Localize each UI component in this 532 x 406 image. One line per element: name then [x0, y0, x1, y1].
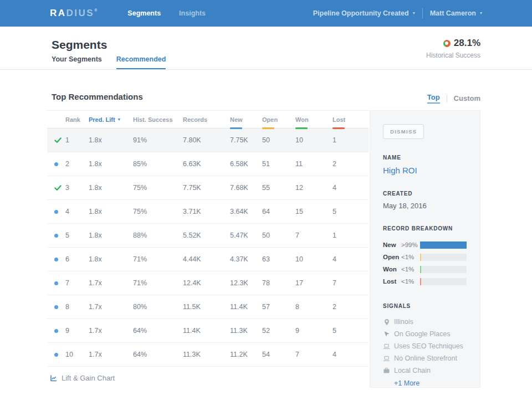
breakdown-bar-fill: [420, 266, 421, 273]
column-header-new[interactable]: New: [230, 111, 262, 128]
nav-divider: [422, 8, 423, 18]
check-icon: [54, 185, 62, 191]
cell-won: 10: [295, 136, 332, 144]
column-header-records[interactable]: Records: [183, 111, 230, 128]
nav-item-insights[interactable]: Insights: [179, 9, 206, 17]
table-row[interactable]: 3 1.8x 75% 7.75K 7.68K 55 12 4: [47, 176, 369, 200]
table-row[interactable]: 7 1.7x 71% 12.4K 12.3K 78 17 7: [47, 271, 369, 295]
table-row[interactable]: 10 1.7x 64% 11.3K 11.2K 54 7 4: [47, 343, 369, 367]
breakdown-value: <1%: [401, 278, 420, 285]
record-breakdown-label: RECORD BREAKDOWN: [383, 225, 467, 232]
row-status: [47, 258, 65, 261]
row-status: [47, 185, 65, 191]
cell-pred-lift: 1.8x: [89, 255, 133, 263]
table-row[interactable]: 4 1.8x 75% 3.71K 3.64K 64 15 5: [47, 200, 369, 224]
breakdown-bar-track: [420, 241, 467, 249]
cell-new: 4.37K: [230, 255, 262, 263]
won-column-accent: [295, 127, 308, 129]
cell-open: 78: [262, 279, 295, 287]
breakdown-bar-fill: [420, 241, 467, 249]
main-content: Top Recommendations Top Custom Rank Pred…: [0, 92, 532, 388]
created-date: May 18, 2016: [383, 202, 467, 210]
breakdown-row: New >99%: [383, 239, 467, 251]
cell-won: 11: [295, 160, 332, 168]
column-header-hist-success[interactable]: Hist. Success: [133, 111, 183, 128]
cell-pred-lift: 1.8x: [89, 184, 133, 192]
historical-success-stat: 28.1% Historical Success: [426, 38, 480, 59]
user-menu-dropdown[interactable]: Matt Cameron ▾: [430, 9, 482, 17]
pipeline-dropdown[interactable]: Pipeline Opportunity Created ▾: [313, 9, 415, 17]
cell-rank: 4: [65, 208, 89, 215]
breakdown-label: Lost: [383, 278, 401, 285]
breakdown-bar-track: [420, 266, 467, 273]
primary-nav: Segments Insights: [127, 9, 206, 17]
dot-icon: [54, 305, 58, 309]
column-header-pred-lift-label: Pred. Lift: [89, 116, 115, 123]
column-header-lost[interactable]: Lost: [332, 111, 369, 128]
breakdown-bar-track: [420, 278, 467, 285]
nav-item-segments[interactable]: Segments: [127, 9, 161, 17]
table-row[interactable]: 9 1.7x 64% 11.4K 11.3K 52 9 5: [47, 319, 369, 343]
cell-new: 6.58K: [230, 160, 262, 168]
stat-value-row: 28.1%: [426, 38, 480, 49]
cell-open: 54: [262, 351, 295, 358]
signal-item: Uses SEO Techniques: [383, 340, 467, 352]
cell-hist-success: 88%: [133, 232, 183, 239]
cell-rank: 10: [65, 351, 89, 358]
tab-your-segments[interactable]: Your Segments: [52, 55, 102, 69]
briefcase-icon: [383, 367, 390, 374]
table-row[interactable]: 1 1.8x 91% 7.80K 7.75K 50 10 1: [47, 129, 369, 152]
table-row[interactable]: 6 1.8x 71% 4.44K 4.37K 63 10 4: [47, 248, 369, 271]
row-status: [47, 281, 65, 285]
segment-name-link[interactable]: High ROI: [383, 166, 467, 175]
cell-pred-lift: 1.8x: [89, 136, 133, 144]
cell-records: 4.44K: [183, 255, 230, 263]
created-section-label: CREATED: [383, 191, 467, 197]
view-toggle-top[interactable]: Top: [427, 93, 440, 104]
table-row[interactable]: 5 1.8x 88% 5.52K 5.47K 50 7 1: [47, 224, 369, 248]
radius-logo[interactable]: RADIUS®: [50, 8, 97, 19]
cell-new: 5.47K: [230, 232, 262, 239]
breakdown-value: <1%: [401, 266, 420, 273]
cell-rank: 2: [65, 160, 89, 168]
segment-tabs: Your Segments Recommended: [52, 55, 166, 69]
cell-lost: 7: [332, 279, 369, 287]
signal-item: On Google Places: [383, 328, 467, 340]
breakdown-row: Lost <1%: [383, 275, 467, 287]
cell-lost: 1: [332, 136, 369, 144]
lift-gain-chart-link[interactable]: Lift & Gain Chart: [62, 374, 115, 382]
table-row[interactable]: 2 1.8x 85% 6.63K 6.58K 51 11 2: [47, 152, 369, 176]
column-header-open[interactable]: Open: [262, 111, 295, 128]
cell-open: 51: [262, 160, 295, 168]
column-header-pred-lift[interactable]: Pred. Lift▾: [89, 111, 133, 128]
cell-open: 63: [262, 255, 295, 263]
cell-lost: 4: [332, 351, 369, 358]
name-section-label: NAME: [383, 155, 467, 161]
cell-open: 57: [262, 303, 295, 311]
stat-value: 28.1%: [454, 38, 480, 49]
row-status: [47, 329, 65, 333]
cell-records: 5.52K: [183, 232, 230, 239]
row-status: [47, 234, 65, 238]
more-signals-link[interactable]: +1 More: [394, 379, 467, 387]
cell-lost: 2: [332, 160, 369, 168]
breakdown-row: Won <1%: [383, 263, 467, 275]
cell-hist-success: 71%: [133, 255, 183, 263]
signal-item: Local Chain: [383, 364, 467, 377]
cell-hist-success: 91%: [133, 136, 183, 144]
cell-lost: 4: [332, 255, 369, 263]
cell-records: 12.4K: [183, 279, 230, 287]
cell-hist-success: 71%: [133, 279, 183, 287]
column-header-lost-label: Lost: [332, 116, 345, 123]
tab-recommended[interactable]: Recommended: [116, 55, 166, 69]
column-header-rank[interactable]: Rank: [65, 111, 89, 128]
breakdown-label: Won: [383, 266, 401, 273]
location-pin-icon: [383, 318, 390, 326]
cell-hist-success: 75%: [133, 184, 183, 192]
view-toggle-custom[interactable]: Custom: [454, 94, 480, 102]
dismiss-button[interactable]: DISMISS: [383, 124, 424, 139]
table-row[interactable]: 8 1.7x 80% 11.5K 11.4K 57 8 2: [47, 295, 369, 319]
cell-lost: 1: [332, 232, 369, 239]
cell-won: 9: [295, 327, 332, 335]
column-header-won[interactable]: Won: [295, 111, 332, 128]
